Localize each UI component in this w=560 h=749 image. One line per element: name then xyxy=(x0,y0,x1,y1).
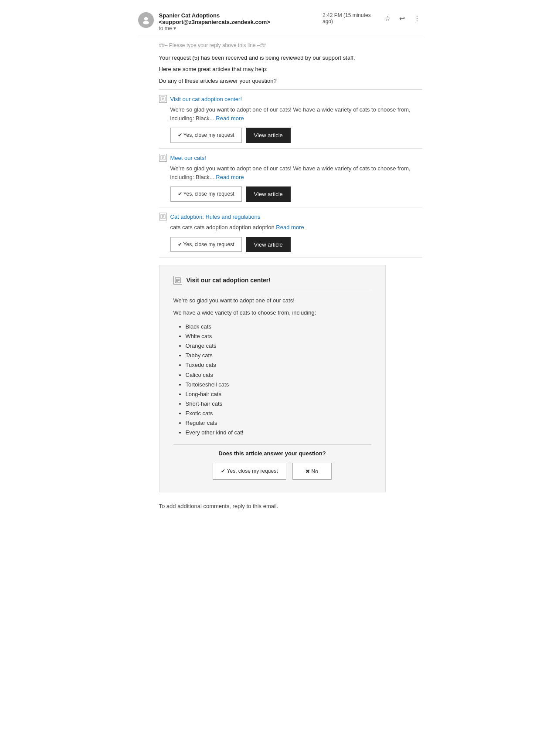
list-item: Every other kind of cat! xyxy=(186,428,371,437)
timestamp: 2:42 PM (15 minutes ago) xyxy=(322,12,377,24)
divider-2 xyxy=(159,207,422,207)
article-title-3[interactable]: Cat adoption: Rules and regulations xyxy=(170,214,261,220)
email-header-actions: 2:42 PM (15 minutes ago) ☆ ↩ ⋮ xyxy=(322,12,422,24)
yes-close-card-button[interactable]: ✔ Yes, close my request xyxy=(213,463,286,480)
reply-line: ##– Please type your reply above this li… xyxy=(159,42,422,48)
article-item-3: Cat adoption: Rules and regulations cats… xyxy=(159,213,422,252)
article-item-1: Visit our cat adoption center! We're so … xyxy=(159,95,422,143)
article-item-2: Meet our cats! We're so glad you want to… xyxy=(159,154,422,202)
view-article-button-1[interactable]: View article xyxy=(246,128,291,143)
intro-text-1: Your request (5) has been received and i… xyxy=(159,54,422,62)
read-more-1[interactable]: Read more xyxy=(216,115,244,122)
read-more-2[interactable]: Read more xyxy=(216,174,244,180)
yes-close-button-3[interactable]: ✔ Yes, close my request xyxy=(170,237,242,252)
list-item: Short-hair cats xyxy=(186,399,371,409)
divider-3 xyxy=(159,258,422,258)
article-actions-2: ✔ Yes, close my request View article xyxy=(170,186,422,202)
article-card-divider xyxy=(173,444,371,445)
article-excerpt-2: We're so glad you want to adopt one of o… xyxy=(170,164,422,181)
article-card-question: Does this article answer your question? xyxy=(173,450,371,457)
svg-point-1 xyxy=(143,21,149,24)
list-item: Black cats xyxy=(186,322,371,332)
article-title-row-1: Visit our cat adoption center! xyxy=(159,95,422,103)
list-item: Regular cats xyxy=(186,418,371,428)
list-item: Calico cats xyxy=(186,370,371,380)
article-excerpt-3: cats cats cats adoption adoption adoptio… xyxy=(170,223,422,232)
article-card-icon xyxy=(173,276,182,285)
article-title-2[interactable]: Meet our cats! xyxy=(170,155,206,161)
yes-close-button-2[interactable]: ✔ Yes, close my request xyxy=(170,186,242,202)
list-item: White cats xyxy=(186,332,371,341)
view-article-button-3[interactable]: View article xyxy=(246,237,291,252)
divider-1 xyxy=(159,148,422,149)
list-item: Tortoiseshell cats xyxy=(186,380,371,390)
sender-section: Spanier Cat Adoptions <support@z3nspanie… xyxy=(138,12,322,31)
article-card-body: We're so glad you want to adopt one of o… xyxy=(173,296,371,318)
article-title-row-2: Meet our cats! xyxy=(159,154,422,162)
list-item: Orange cats xyxy=(186,341,371,351)
list-item: Tabby cats xyxy=(186,351,371,360)
article-icon-3 xyxy=(159,213,167,220)
yes-close-button-1[interactable]: ✔ Yes, close my request xyxy=(170,128,242,143)
article-card: Visit our cat adoption center! We're so … xyxy=(159,265,386,493)
sender-name: Spanier Cat Adoptions <support@z3nspanie… xyxy=(159,12,322,25)
more-button[interactable]: ⋮ xyxy=(412,14,422,24)
no-button[interactable]: ✖ No xyxy=(292,463,332,480)
article-card-para2: We have a wide variety of cats to choose… xyxy=(173,308,371,318)
article-title-row-3: Cat adoption: Rules and regulations xyxy=(159,213,422,220)
article-actions-1: ✔ Yes, close my request View article xyxy=(170,128,422,143)
article-card-header: Visit our cat adoption center! xyxy=(173,276,371,290)
sender-to: to me ▾ xyxy=(159,25,322,31)
star-button[interactable]: ☆ xyxy=(383,14,392,24)
email-header: Spanier Cat Adoptions <support@z3nspanie… xyxy=(138,7,422,35)
avatar xyxy=(138,12,154,28)
article-title-1[interactable]: Visit our cat adoption center! xyxy=(170,96,242,102)
footer-text: To add additional comments, reply to thi… xyxy=(159,499,422,509)
article-card-list: Black cats White cats Orange cats Tabby … xyxy=(173,322,371,437)
read-more-3[interactable]: Read more xyxy=(276,224,304,230)
reply-button[interactable]: ↩ xyxy=(397,14,407,24)
intro-text-2: Here are some great articles that may he… xyxy=(159,65,422,74)
article-actions-3: ✔ Yes, close my request View article xyxy=(170,237,422,252)
list-item: Tuxedo cats xyxy=(186,360,371,370)
sender-info: Spanier Cat Adoptions <support@z3nspanie… xyxy=(159,12,322,31)
svg-point-0 xyxy=(144,17,148,20)
article-icon-1 xyxy=(159,95,167,103)
list-item: Long-hair cats xyxy=(186,390,371,399)
article-card-para1: We're so glad you want to adopt one of o… xyxy=(173,296,371,305)
article-card-title: Visit our cat adoption center! xyxy=(187,277,271,284)
view-article-button-2[interactable]: View article xyxy=(246,186,291,202)
article-excerpt-1: We're so glad you want to adopt one of o… xyxy=(170,105,422,122)
divider-top xyxy=(159,89,422,90)
question-text: Do any of these articles answer your que… xyxy=(159,78,422,84)
article-card-actions: ✔ Yes, close my request ✖ No xyxy=(173,463,371,480)
list-item: Exotic cats xyxy=(186,409,371,418)
article-icon-2 xyxy=(159,154,167,162)
email-body: ##– Please type your reply above this li… xyxy=(138,35,422,509)
